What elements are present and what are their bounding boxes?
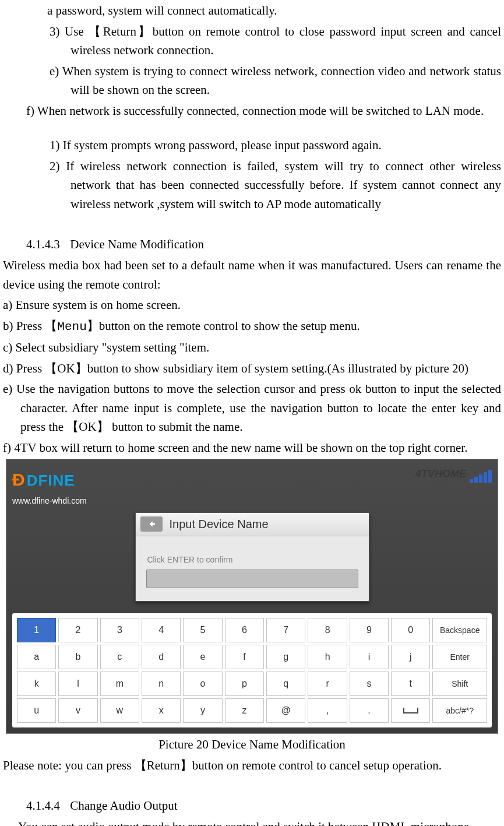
key-enter[interactable]: Enter [432, 645, 487, 669]
section-intro: Wireless media box had been set to a def… [3, 256, 501, 294]
document-page: a password, system will connect automati… [0, 1, 504, 826]
step-b-post: 】button on the remote control to show th… [87, 319, 360, 333]
step-b-pre: b) Press 【 [3, 319, 57, 333]
step-c: c) Select subsidiary "system setting "it… [3, 338, 501, 357]
key-q[interactable]: q [266, 672, 305, 696]
key-r[interactable]: r [308, 672, 347, 696]
key-symbol[interactable]: , [308, 698, 347, 723]
keyboard-row: uvwxyz@,.abc/#*? [16, 697, 488, 724]
key-7[interactable]: 7 [266, 618, 305, 642]
step-d: d) Press 【OK】button to show subsidiary i… [3, 359, 501, 378]
key-c[interactable]: c [100, 645, 139, 669]
body-line-continuation: a password, system will connect automati… [3, 1, 501, 20]
key-p[interactable]: p [225, 672, 264, 696]
figure-screenshot: Ð DFINE www.dfine-whdi.com 4TVHOME Input… [6, 459, 498, 734]
key-g[interactable]: g [266, 645, 305, 669]
key-w[interactable]: w [100, 698, 139, 723]
key-e[interactable]: e [183, 645, 222, 669]
step-f: f) 4TV box will return to home screen an… [3, 438, 501, 458]
please-note: Please note: you can press 【Return】butto… [3, 756, 501, 775]
popup-hint: Click ENTER to confirm [147, 554, 358, 567]
key-y[interactable]: y [183, 698, 222, 723]
popup-input-device-name: Input Device Name Click ENTER to confirm [135, 512, 369, 602]
section-title: Change Audio Output [70, 799, 177, 813]
section-number: 4.1.4.3 [26, 235, 67, 254]
key-abc[interactable]: abc/#*? [432, 698, 487, 723]
status-label-area: 4TVHOME [415, 466, 492, 483]
section-4143-heading: 4.1.4.3 Device Name Modification [26, 235, 501, 254]
list-item-e: e) When system is trying to connect wire… [26, 62, 501, 100]
key-3[interactable]: 3 [100, 618, 139, 642]
device-name-input[interactable] [146, 570, 358, 588]
key-n[interactable]: n [142, 672, 181, 696]
key-j[interactable]: j [391, 645, 430, 669]
status-label: 4TVHOME [415, 466, 466, 483]
key-4[interactable]: 4 [142, 618, 181, 642]
signal-bars-icon [470, 470, 492, 483]
key-6[interactable]: 6 [225, 618, 264, 642]
key-u[interactable]: u [17, 698, 56, 723]
note-item-1: 1) If system prompts wrong password, ple… [26, 136, 501, 155]
step-e: e) Use the navigation buttons to move th… [3, 379, 501, 437]
back-button[interactable] [140, 516, 163, 532]
section-title: Device Name Modification [70, 237, 204, 251]
keyboard-row: 1234567890Backspace [16, 617, 488, 644]
step-b: b) Press 【Menu】button on the remote cont… [3, 317, 501, 337]
svg-rect-0 [151, 523, 155, 525]
keyboard-row: abcdefghijEnter [16, 644, 488, 670]
key-b[interactable]: b [58, 645, 97, 669]
arrow-left-icon [146, 518, 157, 530]
figure-topbar: Ð DFINE www.dfine-whdi.com 4TVHOME [12, 466, 492, 507]
key-0[interactable]: 0 [391, 618, 430, 642]
note-item-2: 2) If wireless network connection is fai… [26, 157, 501, 214]
logo-d-icon: Ð [12, 466, 26, 494]
keyboard-row: klmnopqrstShift [16, 670, 488, 697]
key-m[interactable]: m [100, 672, 139, 696]
spacer [3, 215, 501, 228]
figure-caption: Picture 20 Device Name Modification [3, 735, 501, 754]
section4-intro: You can set audio output mode by remote … [3, 817, 501, 826]
key-v[interactable]: v [58, 698, 97, 723]
key-8[interactable]: 8 [308, 618, 347, 642]
key-o[interactable]: o [183, 672, 222, 696]
space-icon [403, 708, 418, 713]
key-f[interactable]: f [225, 645, 264, 669]
key-symbol[interactable]: @ [266, 698, 305, 723]
logo-text: DFINE [27, 469, 75, 492]
step-a: a) Ensure system is on home screen. [3, 296, 501, 315]
section-4144-heading: 4.1.4.4 Change Audio Output [26, 796, 501, 816]
popup-title: Input Device Name [170, 515, 269, 533]
key-space[interactable] [391, 698, 430, 723]
key-z[interactable]: z [225, 698, 264, 723]
menu-key-label: Menu [57, 320, 86, 333]
key-5[interactable]: 5 [183, 618, 222, 642]
logo-url: www.dfine-whdi.com [12, 495, 87, 508]
popup-header: Input Device Name [136, 513, 369, 536]
logo-block: Ð DFINE www.dfine-whdi.com [12, 466, 87, 507]
key-s[interactable]: s [350, 672, 389, 696]
list-item-f: f) When network is successfully connecte… [26, 101, 501, 121]
on-screen-keyboard: 1234567890BackspaceabcdefghijEnterklmnop… [12, 613, 492, 727]
key-x[interactable]: x [142, 698, 181, 723]
key-9[interactable]: 9 [350, 618, 389, 642]
key-h[interactable]: h [308, 645, 347, 669]
key-backspace[interactable]: Backspace [432, 618, 487, 642]
key-i[interactable]: i [350, 645, 389, 669]
key-a[interactable]: a [17, 645, 56, 669]
key-1[interactable]: 1 [17, 618, 56, 642]
key-symbol[interactable]: . [350, 698, 389, 723]
spacer [3, 776, 501, 789]
list-item-3: 3) Use 【Return】button on remote control … [26, 22, 501, 60]
key-d[interactable]: d [142, 645, 181, 669]
spacer [3, 122, 501, 135]
key-2[interactable]: 2 [58, 618, 97, 642]
key-t[interactable]: t [391, 672, 430, 696]
key-shift[interactable]: Shift [432, 672, 487, 696]
section-number: 4.1.4.4 [26, 796, 67, 816]
key-k[interactable]: k [17, 672, 56, 696]
key-l[interactable]: l [58, 672, 97, 696]
